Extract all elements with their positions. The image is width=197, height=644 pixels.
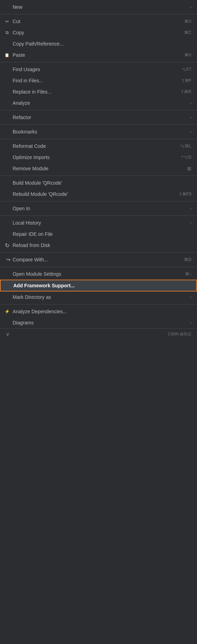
menu-item-compare-with-label: Compare With... bbox=[13, 257, 48, 262]
menu-item-copy-path[interactable]: Copy Path/Reference... bbox=[0, 38, 197, 49]
menu-item-repair-ide-label: Repair IDE on File bbox=[13, 231, 53, 237]
menu-item-compare-with-shortcut: ⌘D bbox=[184, 257, 191, 262]
menu-item-open-module-settings-label: Open Module Settings bbox=[13, 271, 61, 277]
menu-item-bookmarks-label: Bookmarks bbox=[13, 129, 37, 135]
context-menu: New › ✂ Cut ⌘X ⧉ Copy ⌘C Copy Path/Refer… bbox=[0, 0, 197, 341]
divider-2 bbox=[0, 62, 197, 62]
menu-item-find-usages-label: Find Usages bbox=[13, 67, 40, 72]
menu-item-new[interactable]: New › bbox=[0, 1, 197, 13]
menu-item-copy-shortcut: ⌘C bbox=[184, 30, 191, 35]
footer-brand-text: CSDN @坎尘 bbox=[168, 331, 191, 337]
menu-item-rebuild-module[interactable]: Rebuild Module 'QRcode' ⇧⌘F9 bbox=[0, 189, 197, 200]
menu-item-new-arrow: › bbox=[190, 5, 191, 9]
menu-item-open-module-settings[interactable]: Open Module Settings ⌘↓ bbox=[0, 268, 197, 280]
footer-nav: ∨ bbox=[6, 331, 10, 337]
menu-item-find-in-files-shortcut: ⇧⌘F bbox=[181, 78, 191, 83]
menu-item-find-usages[interactable]: Find Usages ⌥F7 bbox=[0, 64, 197, 75]
menu-item-analyze-dependencies-label: Analyze Dependencies... bbox=[13, 309, 67, 314]
menu-item-refactor-label: Refactor bbox=[13, 115, 31, 120]
menu-item-refactor-arrow: › bbox=[190, 115, 191, 120]
menu-item-cut-label: Cut bbox=[13, 19, 20, 24]
menu-item-local-history-arrow: › bbox=[190, 220, 191, 225]
menu-item-bookmarks-arrow: › bbox=[190, 129, 191, 134]
menu-item-find-in-files[interactable]: Find in Files... ⇧⌘F bbox=[0, 75, 197, 86]
copy-icon: ⧉ bbox=[4, 30, 11, 35]
menu-item-build-module-label: Build Module 'QRcode' bbox=[13, 180, 62, 186]
menu-item-remove-module-label: Remove Module bbox=[13, 166, 48, 171]
menu-item-replace-in-files-shortcut: ⇧⌘R bbox=[181, 89, 191, 94]
divider-4 bbox=[0, 124, 197, 125]
menu-item-reformat-code-shortcut: ⌥⌘L bbox=[180, 144, 191, 149]
menu-item-cut-shortcut: ⌘X bbox=[184, 19, 191, 24]
menu-item-mark-directory-as-arrow: › bbox=[190, 295, 191, 300]
menu-item-copy-label: Copy bbox=[13, 30, 24, 35]
menu-item-compare-with[interactable]: ↩ Compare With... ⌘D bbox=[0, 254, 197, 265]
menu-item-open-in[interactable]: Open In › bbox=[0, 203, 197, 214]
menu-item-refactor[interactable]: Refactor › bbox=[0, 112, 197, 123]
divider-8 bbox=[0, 215, 197, 216]
menu-item-paste[interactable]: 📋 Paste ⌘V bbox=[0, 49, 197, 61]
menu-item-find-in-files-label: Find in Files... bbox=[13, 78, 43, 83]
menu-item-copy-path-label: Copy Path/Reference... bbox=[13, 41, 64, 47]
menu-item-mark-directory-as-label: Mark Directory as bbox=[13, 294, 51, 300]
menu-item-optimize-imports-shortcut: ^⌥O bbox=[181, 155, 191, 160]
menu-item-analyze-arrow: › bbox=[190, 101, 191, 105]
divider-11 bbox=[0, 304, 197, 304]
menu-item-open-module-settings-shortcut: ⌘↓ bbox=[185, 272, 191, 276]
menu-item-rebuild-module-shortcut: ⇧⌘F9 bbox=[179, 192, 191, 197]
menu-item-local-history-label: Local History bbox=[13, 220, 41, 226]
menu-item-diagrams[interactable]: Diagrams › bbox=[0, 317, 197, 328]
menu-item-remove-module-shortcut: ⊠ bbox=[187, 166, 191, 171]
menu-item-optimize-imports[interactable]: Optimize Imports ^⌥O bbox=[0, 152, 197, 163]
menu-item-reload-from-disk[interactable]: ↻ Reload from Disk bbox=[0, 240, 197, 251]
menu-item-find-usages-shortcut: ⌥F7 bbox=[182, 67, 191, 72]
menu-item-build-module[interactable]: Build Module 'QRcode' bbox=[0, 177, 197, 189]
menu-item-replace-in-files-label: Replace in Files... bbox=[13, 89, 52, 95]
menu-item-cut[interactable]: ✂ Cut ⌘X bbox=[0, 16, 197, 27]
menu-item-local-history[interactable]: Local History › bbox=[0, 217, 197, 228]
menu-item-paste-label: Paste bbox=[13, 52, 25, 58]
menu-item-open-in-label: Open In bbox=[13, 206, 30, 211]
menu-item-mark-directory-as[interactable]: Mark Directory as › bbox=[0, 292, 197, 303]
menu-footer: ∨ CSDN @坎尘 bbox=[0, 328, 197, 340]
menu-item-open-in-arrow: › bbox=[190, 206, 191, 211]
menu-item-paste-shortcut: ⌘V bbox=[184, 53, 191, 57]
menu-item-remove-module[interactable]: Remove Module ⊠ bbox=[0, 163, 197, 174]
menu-item-bookmarks[interactable]: Bookmarks › bbox=[0, 126, 197, 137]
menu-item-reformat-code[interactable]: Reformat Code ⌥⌘L bbox=[0, 141, 197, 152]
analyze-dependencies-icon: ⚡ bbox=[4, 309, 11, 314]
divider-1 bbox=[0, 14, 197, 14]
menu-item-reload-from-disk-label: Reload from Disk bbox=[13, 242, 50, 248]
menu-item-repair-ide[interactable]: Repair IDE on File bbox=[0, 228, 197, 240]
footer-down-arrow[interactable]: ∨ bbox=[6, 331, 10, 337]
divider-10 bbox=[0, 267, 197, 267]
menu-item-analyze-dependencies[interactable]: ⚡ Analyze Dependencies... bbox=[0, 306, 197, 317]
compare-icon: ↩ bbox=[4, 256, 11, 263]
menu-item-analyze-label: Analyze bbox=[13, 100, 30, 106]
divider-7 bbox=[0, 201, 197, 201]
divider-9 bbox=[0, 252, 197, 253]
menu-item-diagrams-label: Diagrams bbox=[13, 320, 34, 326]
menu-item-analyze[interactable]: Analyze › bbox=[0, 97, 197, 109]
reload-icon: ↻ bbox=[4, 242, 11, 249]
divider-3 bbox=[0, 110, 197, 110]
menu-item-new-label: New bbox=[13, 4, 22, 10]
menu-item-optimize-imports-label: Optimize Imports bbox=[13, 155, 50, 160]
menu-item-add-framework-support-label: Add Framework Support... bbox=[13, 283, 75, 288]
menu-item-reformat-code-label: Reformat Code bbox=[13, 143, 46, 149]
menu-item-copy[interactable]: ⧉ Copy ⌘C bbox=[0, 27, 197, 38]
menu-item-replace-in-files[interactable]: Replace in Files... ⇧⌘R bbox=[0, 86, 197, 97]
menu-item-add-framework-support[interactable]: Add Framework Support... bbox=[0, 280, 197, 292]
menu-item-rebuild-module-label: Rebuild Module 'QRcode' bbox=[13, 191, 68, 197]
menu-item-diagrams-arrow: › bbox=[190, 320, 191, 325]
scissors-icon: ✂ bbox=[4, 19, 11, 24]
divider-5 bbox=[0, 139, 197, 139]
paste-icon: 📋 bbox=[4, 53, 11, 57]
divider-6 bbox=[0, 176, 197, 176]
